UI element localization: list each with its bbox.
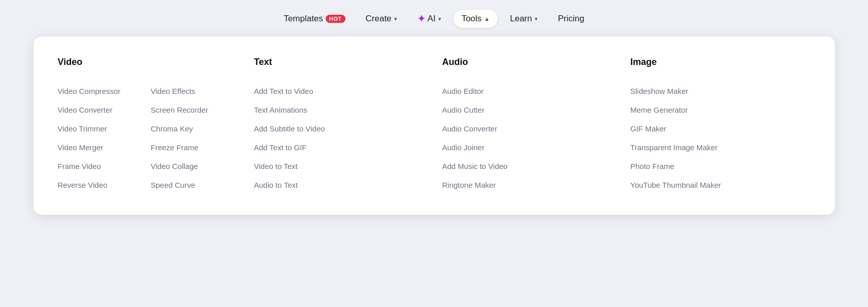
menu-item[interactable]: Transparent Image Maker xyxy=(631,138,803,157)
menu-item[interactable]: Speed Curve xyxy=(151,176,238,194)
chevron-icon-create: ▾ xyxy=(394,16,397,22)
menu-item[interactable]: Video Merger xyxy=(58,138,145,157)
navbar: TemplatesHOTCreate▾✦AI▾Tools▲Learn▾Prici… xyxy=(0,0,868,37)
section-text: TextAdd Text to VideoText AnimationsAdd … xyxy=(246,57,434,194)
menu-item[interactable]: Text Animations xyxy=(254,100,426,119)
menu-item[interactable]: Audio Joiner xyxy=(442,138,614,157)
section-title-text: Text xyxy=(254,57,426,67)
col1-video: Video CompressorVideo ConverterVideo Tri… xyxy=(58,82,145,194)
section-image: ImageSlideshow MakerMeme GeneratorGIF Ma… xyxy=(622,57,811,194)
menu-item[interactable]: Ringtone Maker xyxy=(442,176,614,194)
chevron-icon-tools: ▲ xyxy=(484,16,490,22)
menu-item[interactable]: Audio to Text xyxy=(254,176,426,194)
menu-item[interactable]: Video Trimmer xyxy=(58,119,145,138)
menu-item[interactable]: Video Converter xyxy=(58,100,145,119)
col-image: Slideshow MakerMeme GeneratorGIF MakerTr… xyxy=(631,82,803,194)
menu-item[interactable]: Frame Video xyxy=(58,157,145,176)
section-title-video: Video xyxy=(58,57,238,67)
nav-label-ai: AI xyxy=(428,14,436,24)
nav-item-templates[interactable]: TemplatesHOT xyxy=(275,10,353,28)
menu-item[interactable]: YouTube Thumbnail Maker xyxy=(631,176,803,194)
hot-badge: HOT xyxy=(326,15,345,23)
chevron-icon-ai: ▾ xyxy=(438,16,441,22)
ai-sparkle-icon: ✦ xyxy=(418,13,425,24)
menu-item[interactable]: Reverse Video xyxy=(58,176,145,194)
menu-item[interactable]: Audio Cutter xyxy=(442,100,614,119)
section-title-image: Image xyxy=(631,57,803,67)
section-video: VideoVideo CompressorVideo ConverterVide… xyxy=(58,57,246,194)
menu-item[interactable]: Video Collage xyxy=(151,157,238,176)
col2-video: Video EffectsScreen RecorderChroma KeyFr… xyxy=(151,82,238,194)
nav-label-templates: Templates xyxy=(284,14,323,24)
menu-item[interactable]: Add Music to Video xyxy=(442,157,614,176)
menu-item[interactable]: Video Effects xyxy=(151,82,238,100)
nav-item-tools[interactable]: Tools▲ xyxy=(454,10,498,28)
menu-item[interactable]: Meme Generator xyxy=(631,100,803,119)
nav-label-create: Create xyxy=(366,14,392,24)
menu-item[interactable]: Photo Frame xyxy=(631,157,803,176)
col-text: Add Text to VideoText AnimationsAdd Subt… xyxy=(254,82,426,194)
menu-item[interactable]: Chroma Key xyxy=(151,119,238,138)
col-audio: Audio EditorAudio CutterAudio ConverterA… xyxy=(442,82,614,194)
menu-item[interactable]: Add Text to Video xyxy=(254,82,426,100)
nav-item-ai[interactable]: ✦AI▾ xyxy=(409,9,449,28)
nav-item-learn[interactable]: Learn▾ xyxy=(502,10,545,28)
menu-item[interactable]: GIF Maker xyxy=(631,119,803,138)
menu-item[interactable]: Video to Text xyxy=(254,157,426,176)
tools-dropdown-panel: VideoVideo CompressorVideo ConverterVide… xyxy=(33,37,835,215)
menu-item[interactable]: Slideshow Maker xyxy=(631,82,803,100)
menu-item[interactable]: Add Text to GIF xyxy=(254,138,426,157)
menu-item[interactable]: Audio Editor xyxy=(442,82,614,100)
nav-label-tools: Tools xyxy=(462,14,482,24)
menu-item[interactable]: Freeze Frame xyxy=(151,138,238,157)
section-audio: AudioAudio EditorAudio CutterAudio Conve… xyxy=(434,57,622,194)
section-title-audio: Audio xyxy=(442,57,614,67)
menu-item[interactable]: Add Subtitle to Video xyxy=(254,119,426,138)
nav-label-learn: Learn xyxy=(510,14,532,24)
nav-item-pricing[interactable]: Pricing xyxy=(550,10,593,28)
menu-columns-video: Video CompressorVideo ConverterVideo Tri… xyxy=(58,82,238,194)
chevron-icon-learn: ▾ xyxy=(535,16,538,22)
nav-item-create[interactable]: Create▾ xyxy=(358,10,405,28)
menu-item[interactable]: Video Compressor xyxy=(58,82,145,100)
nav-label-pricing: Pricing xyxy=(558,14,584,24)
menu-item[interactable]: Screen Recorder xyxy=(151,100,238,119)
menu-item[interactable]: Audio Converter xyxy=(442,119,614,138)
